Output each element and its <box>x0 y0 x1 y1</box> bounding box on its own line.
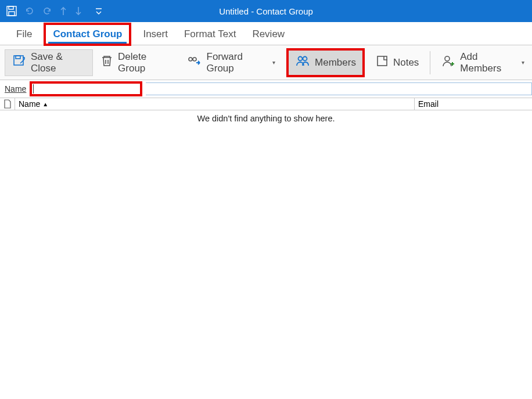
add-members-label: Add Members <box>460 51 516 74</box>
delete-group-button[interactable]: Delete Group <box>93 49 179 76</box>
group-name-row: Name <box>0 80 532 98</box>
tab-file[interactable]: File <box>8 24 40 45</box>
sort-asc-icon: ▲ <box>42 101 48 107</box>
svg-point-5 <box>189 57 192 61</box>
arrow-up-icon[interactable] <box>59 6 67 16</box>
forward-group-icon <box>187 55 202 70</box>
notes-button[interactable]: Notes <box>368 49 426 76</box>
tab-contact-group[interactable]: Contact Group <box>45 24 130 45</box>
svg-point-10 <box>445 56 450 61</box>
trash-icon <box>100 54 113 71</box>
column-header-icon[interactable] <box>0 98 15 110</box>
arrow-down-icon[interactable] <box>74 6 82 16</box>
ribbon-body: Save & Close Delete Group Forward Group … <box>0 45 532 80</box>
svg-rect-4 <box>16 56 20 59</box>
page-icon <box>3 99 12 109</box>
empty-list-message: We didn't find anything to show here. <box>0 110 532 123</box>
tab-review[interactable]: Review <box>244 24 293 45</box>
notes-label: Notes <box>393 57 419 69</box>
tab-insert[interactable]: Insert <box>135 24 176 45</box>
member-list: We didn't find anything to show here. <box>0 110 532 389</box>
forward-group-label: Forward Group <box>207 51 267 74</box>
qat-customize-icon[interactable] <box>95 7 102 15</box>
save-close-icon <box>12 54 26 71</box>
ribbon-tabs: File Contact Group Insert Format Text Re… <box>0 22 532 45</box>
chevron-down-icon: ▾ <box>272 59 275 66</box>
add-members-button[interactable]: Add Members ▾ <box>434 49 532 76</box>
ribbon-separator <box>430 51 430 74</box>
column-header-name-label: Name <box>19 99 40 109</box>
column-header-email[interactable]: Email <box>415 98 532 110</box>
svg-rect-2 <box>9 12 15 16</box>
member-list-headers: Name ▲ Email <box>0 98 532 110</box>
save-and-close-label: Save & Close <box>31 51 85 74</box>
members-label: Members <box>315 57 356 69</box>
svg-point-6 <box>193 57 196 61</box>
svg-point-8 <box>303 57 307 61</box>
group-name-input-extent[interactable] <box>146 82 532 95</box>
add-members-icon <box>441 55 455 70</box>
save-and-close-button[interactable]: Save & Close <box>5 49 93 76</box>
group-name-input[interactable] <box>31 82 141 95</box>
save-icon[interactable] <box>6 5 17 17</box>
svg-rect-1 <box>9 6 13 9</box>
notes-icon <box>376 55 389 70</box>
undo-icon[interactable] <box>24 6 35 16</box>
title-bar: Untitled - Contact Group <box>0 0 532 22</box>
svg-rect-9 <box>378 56 387 66</box>
column-header-email-label: Email <box>418 99 438 109</box>
chevron-down-icon: ▾ <box>522 59 524 66</box>
svg-point-7 <box>299 57 303 61</box>
group-name-label: Name <box>5 84 26 94</box>
tab-format-text[interactable]: Format Text <box>176 24 244 45</box>
delete-group-label: Delete Group <box>118 51 171 74</box>
members-icon <box>295 55 310 70</box>
column-header-name[interactable]: Name ▲ <box>15 98 415 110</box>
redo-icon[interactable] <box>42 6 52 16</box>
forward-group-button[interactable]: Forward Group ▾ <box>179 49 283 76</box>
quick-access-toolbar <box>0 0 102 22</box>
members-button[interactable]: Members <box>287 49 364 76</box>
